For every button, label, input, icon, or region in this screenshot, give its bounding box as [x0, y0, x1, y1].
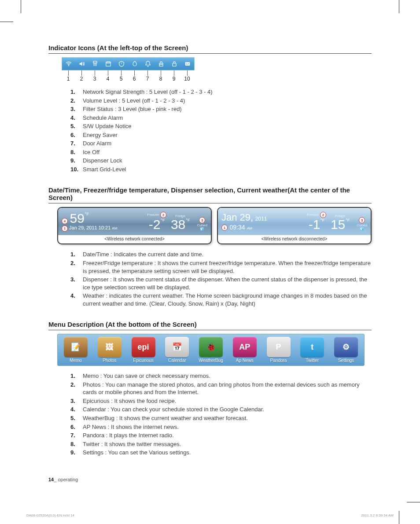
- list-item: Volume Level : 5 Level (off - 1 - 2 - 3 …: [70, 97, 372, 105]
- tick-row: [62, 70, 194, 76]
- menu-label: Pandora: [270, 358, 287, 363]
- icon-number: 7: [141, 76, 154, 82]
- ice-off-icon: [155, 58, 168, 70]
- tick: [167, 70, 181, 76]
- indicator-section-title: Indicator Icons (At the left-top of the …: [48, 44, 372, 54]
- menu-item-pandora[interactable]: PPandora: [264, 337, 293, 363]
- list-item: Energy Saver: [70, 131, 372, 139]
- temp-unit: °F: [161, 218, 165, 222]
- svg-text:L4: L4: [186, 63, 189, 65]
- svg-rect-1: [93, 61, 97, 63]
- list-item: Freezer/Fridge temperature : It shows th…: [70, 259, 372, 275]
- weather-unit: °F: [85, 212, 89, 216]
- indicator-list: Network Signal Strength : 5 Level (off -…: [48, 88, 372, 173]
- tick: [101, 70, 114, 76]
- icon-number: 6: [128, 76, 141, 82]
- crop-mark: [399, 0, 399, 13]
- year: 2011: [255, 216, 267, 222]
- temps-connected: Freezer 2 -2°F Fridge 38°F 3 Cubed 🧊: [147, 212, 207, 231]
- page-number: 14: [48, 477, 54, 482]
- tick: [154, 70, 167, 76]
- freezer-label: Freezer: [307, 213, 319, 217]
- calendar-icon: 📅: [165, 337, 189, 357]
- connected-display: 4 59°F 1 Jan 29, 2011 10:21 AM Freezer 2…: [58, 208, 211, 235]
- center-list: Date/Time : Indicates the current date a…: [48, 251, 372, 307]
- menu-label: Twitter: [306, 358, 319, 363]
- date-line: Jan 29, 2011 10:21: [69, 225, 111, 230]
- footer-meta-right: 2011.3.2 8:39:34 AM: [361, 513, 394, 517]
- page-label: _ operating: [54, 477, 78, 482]
- door-alarm-icon: [141, 58, 155, 70]
- menu-label: Settings: [338, 358, 354, 363]
- list-item: Dispenser : It shows the current status …: [70, 276, 372, 291]
- smart-grid-icon: L4: [181, 58, 194, 70]
- menu-item-settings[interactable]: ⚙Settings: [332, 337, 361, 363]
- disconnected-caption: <Wireless network disconnected>: [218, 235, 371, 244]
- callout-badge-1: 1: [221, 225, 228, 231]
- tick: [181, 70, 194, 76]
- menu-item-ap-news[interactable]: APAp News: [230, 337, 259, 363]
- menu-item-photos[interactable]: 🖼Photos: [95, 337, 124, 363]
- list-item: WeatherBug : It shows the current weathe…: [70, 414, 372, 422]
- memo-icon: 📝: [64, 337, 88, 357]
- disconnected-display: Jan 29, 2011 1 09:34 AM Freezer 2 -1°F: [218, 208, 371, 235]
- callout-badge-2: 2: [160, 212, 166, 218]
- tick: [88, 70, 101, 76]
- crop-mark: [0, 22, 13, 22]
- list-item: Date/Time : Indicates the current date a…: [70, 251, 372, 258]
- menu-bar: 📝Memo🖼PhotosepiEpicurious📅Calendar🐞Weath…: [57, 334, 365, 366]
- list-item: Calendar : You can check your schedule s…: [70, 406, 372, 413]
- pandora-icon: P: [267, 337, 291, 357]
- fridge-temp: 38: [171, 217, 185, 232]
- temp-unit: °F: [186, 218, 190, 222]
- list-item: S/W Update Notice: [70, 122, 372, 130]
- tick: [62, 70, 75, 76]
- date-big: Jan 29,: [221, 212, 253, 223]
- svg-rect-2: [106, 62, 111, 66]
- menu-item-weatherbug[interactable]: 🐞WeatherBug: [196, 337, 225, 363]
- fridge-temp: 15: [331, 217, 345, 232]
- tick: [75, 70, 88, 76]
- filter-icon: [88, 58, 102, 70]
- crop-mark: [399, 511, 399, 524]
- footer-meta: DA68-02520A(0.0)-EN.indd 14 2011.3.2 8:3…: [26, 513, 394, 517]
- photos-icon: 🖼: [98, 337, 122, 357]
- menu-label: Photos: [103, 358, 116, 363]
- menu-label: Calendar: [168, 358, 186, 363]
- temp-unit: °F: [346, 218, 350, 222]
- menu-item-epicurious[interactable]: epiEpicurious: [129, 337, 158, 363]
- display-panels: 4 59°F 1 Jan 29, 2011 10:21 AM Freezer 2…: [57, 207, 372, 244]
- callout-badge-2: 2: [320, 212, 326, 218]
- freezer-label: Freezer: [147, 213, 159, 217]
- epicurious-icon: epi: [132, 337, 155, 357]
- menu-list: Memo : You can save or check necessary m…: [48, 372, 372, 456]
- list-item: Door Alarm: [70, 140, 372, 148]
- num-row: 12345678910: [62, 76, 194, 82]
- list-item: Filter Status : 3 Level (blue - pink - r…: [70, 105, 372, 113]
- weather-temp: 59: [70, 211, 84, 225]
- temp-unit: °F: [321, 218, 324, 222]
- list-item: Settings : You can set the Various setti…: [70, 449, 372, 457]
- svg-rect-4: [173, 63, 176, 66]
- menu-item-calendar[interactable]: 📅Calendar: [162, 337, 192, 363]
- page-footer: 14_ operating: [48, 477, 78, 482]
- menu-item-twitter[interactable]: tTwitter: [298, 337, 327, 363]
- menu-label: Ap News: [236, 358, 254, 363]
- list-item: Weather : indicates the current weather.…: [70, 292, 372, 307]
- ice-icon: 🧊: [200, 227, 204, 231]
- callout-badge-4: 4: [62, 218, 68, 224]
- icon-number: 3: [88, 76, 101, 82]
- dispenser-lock-icon: [168, 58, 181, 70]
- icon-number: 8: [154, 76, 167, 82]
- svg-point-0: [68, 65, 69, 66]
- list-item: Network Signal Strength : 5 Level (off -…: [70, 88, 372, 96]
- list-item: Epicurious : It shows the food recipe.: [70, 397, 372, 405]
- wifi-icon: [62, 58, 75, 70]
- indicator-strip: L4: [62, 57, 195, 70]
- list-item: Ice Off: [70, 148, 372, 156]
- callout-badge-1: 1: [62, 225, 68, 232]
- panel-disconnected: Jan 29, 2011 1 09:34 AM Freezer 2 -1°F: [217, 207, 372, 244]
- center-section-title: Date/Time, Freezer/fridge temperature, D…: [48, 186, 372, 203]
- menu-item-memo[interactable]: 📝Memo: [61, 337, 90, 363]
- settings-icon: ⚙: [334, 337, 358, 357]
